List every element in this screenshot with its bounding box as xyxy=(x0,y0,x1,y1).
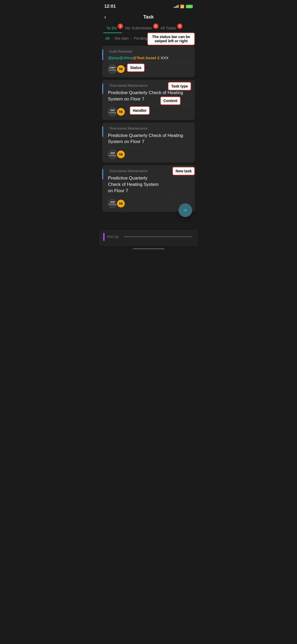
task-card-wrapper-1: The status bar can be swiped left or rig… xyxy=(102,46,195,77)
filter-all[interactable]: All xyxy=(103,36,112,41)
task-type-label-4: Time-based Maintenance xyxy=(109,169,148,173)
battery-icon: ⚡ xyxy=(186,5,193,8)
task-type-indicator-4 xyxy=(102,169,103,180)
mention-asset: @Test Asset 2 xyxy=(133,56,159,60)
avatar-joey-2: JOE 午到用法 xyxy=(108,107,117,116)
avatar-row-1: JOEY 午到用法 hk xyxy=(108,65,191,73)
home-indicator xyxy=(99,246,198,251)
avatar-hk-2: hk xyxy=(116,107,125,116)
back-button[interactable]: ‹ xyxy=(104,14,106,21)
bottom-bar-label: FAC-01 xyxy=(107,235,119,239)
bottom-bar-line xyxy=(124,236,192,237)
content-annotation-wrapper: Predictive Quarterly Check of Heating Sy… xyxy=(106,90,191,102)
task-card-2[interactable]: Time-based Maintenance Task type Predict… xyxy=(102,80,195,120)
avatar-hk-1: hk xyxy=(116,65,125,73)
bottom-bar-indicator xyxy=(103,233,105,241)
filter-notstart[interactable]: Not start xyxy=(112,36,131,41)
task-type-label-1: Audit Reminder xyxy=(109,49,133,53)
task-card-1[interactable]: Audit Reminder @joey@shine@Test Asset 2 … xyxy=(102,46,195,77)
status-annotation: Status xyxy=(127,63,145,72)
task-card-wrapper-4: Time-based Maintenance New task Predicti… xyxy=(102,165,195,211)
status-time: 12:01 xyxy=(104,4,116,9)
task-card-wrapper-2: Time-based Maintenance Task type Predict… xyxy=(102,80,195,120)
avatar-hk-3: hk xyxy=(116,150,125,159)
signal-icon xyxy=(174,5,178,8)
new-task-annotation: New task xyxy=(172,167,195,175)
avatar-row-3: JOE 午到用法 hk xyxy=(108,150,191,159)
task-type-annotation: Task type xyxy=(168,82,191,90)
tab-all-tasks[interactable]: All Tasks 3 xyxy=(157,23,181,33)
wifi-icon: 📶 xyxy=(180,4,184,8)
task-divider-3 xyxy=(106,148,191,148)
fab-button[interactable]: + xyxy=(178,203,192,217)
task-type-row-1: Audit Reminder xyxy=(106,49,191,53)
mention-user: @joey@shine xyxy=(108,56,133,60)
home-bar xyxy=(133,248,164,249)
avatar-status-wrapper: JOEY 午到用法 hk Status xyxy=(106,65,191,73)
filter-pending[interactable]: Pending xyxy=(132,36,149,41)
handler-annotation: Handler xyxy=(130,106,150,115)
task-type-label-2: Time-based Maintenance xyxy=(109,84,148,88)
tab-todo[interactable]: To Do 1 xyxy=(103,23,122,33)
status-bar: 12:01 📶 ⚡ xyxy=(99,0,198,11)
header: ‹ Task xyxy=(99,11,198,23)
avatar-hk-4: hk xyxy=(116,199,125,208)
bottom-bar: FAC-01 xyxy=(99,230,198,246)
task-type-indicator-1 xyxy=(102,49,103,60)
avatar-row-4: JOE 午到用法 hk xyxy=(108,199,191,208)
task-card-3[interactable]: Time-based Maintenance Predictive Quarte… xyxy=(102,123,195,163)
task-content-4: Predictive Quarterly Check of Heating Sy… xyxy=(108,175,159,194)
avatar-joey-1: JOEY 午到用法 xyxy=(108,65,117,73)
statusbar-tip-annotation: The status bar can be swiped left or rig… xyxy=(147,33,195,45)
tabs-container: To Do 1 My Submission 2 All Tasks 3 xyxy=(99,23,198,33)
task-mention-row: @joey@shine@Test Asset 2 XXX xyxy=(108,56,191,60)
tab-badge-all: 3 xyxy=(177,24,182,29)
tab-submission[interactable]: My Submission 2 xyxy=(122,23,157,33)
avatar-joey-4: JOE 午到用法 xyxy=(108,199,117,208)
avatar-joey-3: JOE 午到用法 xyxy=(108,150,117,159)
task-type-row-3: Time-based Maintenance xyxy=(106,126,191,130)
task-list: The status bar can be swiped left or rig… xyxy=(99,44,198,214)
task-divider-2 xyxy=(106,105,191,105)
task-type-indicator-3 xyxy=(102,126,103,137)
task-type-label-3: Time-based Maintenance xyxy=(109,126,148,130)
page-title: Task xyxy=(104,14,193,20)
task-content-3: Predictive Quarterly Check of Heating Sy… xyxy=(108,132,191,145)
task-divider-1 xyxy=(106,62,191,62)
handler-wrapper: JOE 午到用法 hk Handler xyxy=(106,107,191,116)
task-type-annotation-wrapper: Time-based Maintenance Task type xyxy=(106,84,191,88)
mention-text: XXX xyxy=(159,56,168,60)
content-annotation: Content xyxy=(160,96,181,105)
task-divider-4 xyxy=(106,197,191,197)
task-type-indicator-2 xyxy=(102,84,103,94)
status-icons: 📶 ⚡ xyxy=(174,4,193,8)
